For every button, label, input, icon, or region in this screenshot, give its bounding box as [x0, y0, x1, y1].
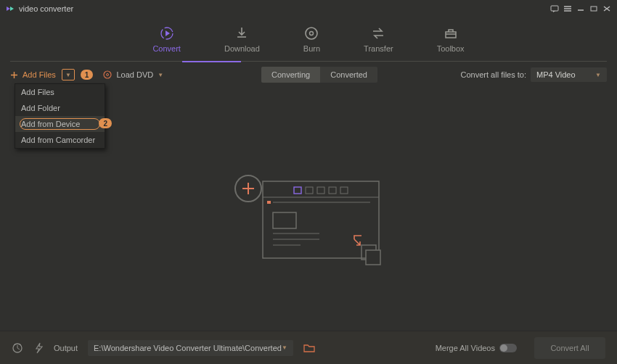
output-path-value: E:\Wondershare Video Converter Ultimate\…: [94, 344, 282, 352]
menu-icon[interactable]: [563, 5, 572, 12]
status-segmented: Converting Converted: [261, 67, 377, 83]
svg-rect-5: [446, 32, 456, 38]
feedback-icon[interactable]: [550, 5, 559, 12]
svg-rect-0: [551, 6, 558, 11]
plus-icon: [10, 71, 18, 79]
nav-separator: [10, 61, 607, 62]
chevron-down-icon: ▼: [595, 72, 601, 78]
flash-icon[interactable]: [33, 342, 44, 354]
nav-transfer[interactable]: Transfer: [364, 25, 393, 53]
titlebar: video converter: [0, 0, 617, 17]
merge-toggle[interactable]: [499, 344, 517, 352]
output-label: Output: [54, 344, 78, 352]
main-nav: Convert Download Burn Transfer Toolbox: [0, 17, 617, 62]
dvd-icon: [103, 70, 112, 79]
svg-rect-1: [591, 7, 597, 11]
highlight-ring: [20, 118, 100, 130]
svg-rect-14: [329, 187, 336, 194]
convert-all-button[interactable]: Convert All: [534, 337, 605, 359]
chevron-down-icon: ▼: [65, 72, 71, 78]
add-files-button[interactable]: Add Files ▼ 1: [10, 69, 93, 80]
nav-burn-label: Burn: [303, 44, 320, 53]
svg-point-3: [306, 28, 317, 39]
svg-rect-13: [317, 187, 324, 194]
svg-rect-11: [294, 187, 301, 194]
chevron-down-icon[interactable]: ▼: [158, 72, 163, 78]
app-window: video converter Convert Download Burn Tr…: [0, 0, 617, 364]
load-dvd-button[interactable]: Load DVD ▼: [103, 70, 163, 79]
dropdown-add-from-camcorder[interactable]: Add from Camcorder: [15, 132, 105, 148]
output-format-value: MP4 Video: [536, 70, 576, 79]
dropdown-add-folder[interactable]: Add Folder: [15, 100, 105, 116]
app-logo-icon: [6, 4, 15, 13]
toggle-knob: [500, 344, 507, 352]
svg-rect-15: [340, 187, 348, 194]
tab-converting[interactable]: Converting: [261, 67, 320, 83]
svg-point-4: [310, 32, 314, 36]
footer: Output E:\Wondershare Video Converter Ul…: [0, 331, 617, 364]
merge-videos-label: Merge All Videos: [436, 344, 495, 352]
step-badge-1: 1: [81, 70, 94, 80]
download-icon: [234, 25, 250, 41]
svg-rect-18: [273, 212, 296, 228]
toolbox-icon: [443, 25, 459, 41]
chevron-down-icon: ▼: [282, 344, 287, 351]
burn-icon: [303, 25, 319, 41]
merge-videos-control: Merge All Videos: [436, 344, 517, 352]
nav-toolbox-label: Toolbox: [437, 44, 465, 53]
output-format-dropdown[interactable]: MP4 Video ▼: [531, 67, 607, 82]
close-icon[interactable]: [602, 5, 611, 12]
svg-point-6: [104, 71, 111, 78]
svg-rect-12: [306, 187, 313, 194]
add-files-label: Add Files: [23, 70, 56, 79]
output-path-field[interactable]: E:\Wondershare Video Converter Ultimate\…: [88, 340, 293, 356]
step-badge-2: 2: [99, 118, 112, 128]
nav-convert[interactable]: Convert: [152, 25, 181, 53]
convert-all-format: Convert all files to: MP4 Video ▼: [461, 67, 607, 82]
svg-rect-16: [267, 201, 271, 204]
transfer-icon: [370, 25, 386, 41]
svg-point-7: [107, 74, 109, 76]
toolbar: Add Files ▼ 1 Load DVD ▼ Converting Conv…: [0, 64, 617, 86]
load-dvd-label: Load DVD: [116, 70, 153, 79]
open-folder-icon[interactable]: [303, 343, 315, 353]
system-icons: [550, 5, 611, 12]
add-files-dropdown: Add Files Add Folder Add from Device 2 A…: [15, 83, 105, 149]
convert-to-label: Convert all files to:: [461, 70, 526, 79]
nav-toolbox[interactable]: Toolbox: [437, 25, 465, 53]
convert-icon: [159, 25, 175, 41]
clock-icon[interactable]: [12, 342, 23, 354]
dropdown-add-from-device[interactable]: Add from Device 2: [15, 116, 105, 132]
tab-converted[interactable]: Converted: [320, 67, 377, 83]
nav-download-label: Download: [224, 44, 260, 53]
dropdown-add-files[interactable]: Add Files: [15, 84, 105, 100]
svg-rect-23: [366, 250, 380, 265]
maximize-icon[interactable]: [589, 5, 598, 12]
active-tab-underline: [182, 61, 241, 62]
minimize-icon[interactable]: [576, 5, 585, 12]
nav-convert-label: Convert: [152, 44, 181, 53]
nav-burn[interactable]: Burn: [303, 25, 320, 53]
nav-transfer-label: Transfer: [364, 44, 393, 53]
nav-download[interactable]: Download: [224, 25, 260, 53]
empty-state-illustration: [232, 173, 385, 281]
app-title: video converter: [19, 4, 73, 13]
add-files-dropdown-toggle[interactable]: ▼: [62, 69, 75, 80]
